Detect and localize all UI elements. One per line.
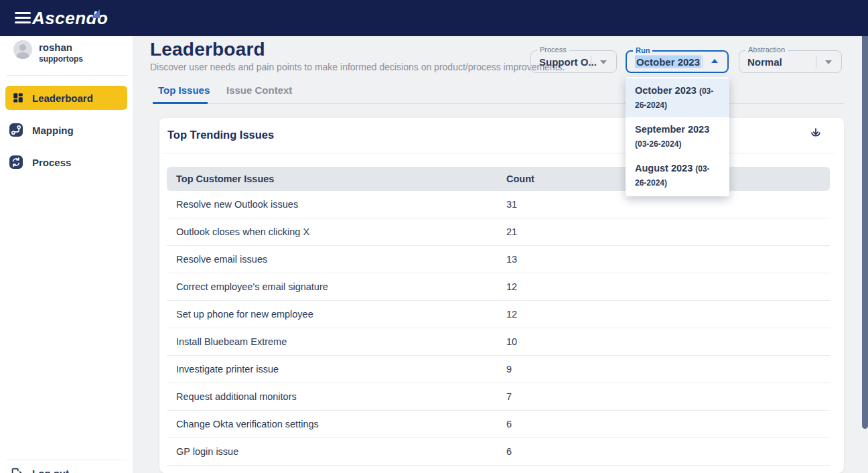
sidebar-item-process[interactable]: Process	[5, 150, 127, 174]
issue-cell: Investigate printer issue	[167, 364, 506, 375]
table-row: Change Okta verification settings 6	[167, 411, 830, 438]
abstraction-select[interactable]: Abstraction Normal	[739, 50, 842, 73]
run-option-name: October 2023	[635, 85, 699, 96]
abstraction-select-value: Normal	[747, 56, 782, 68]
table-row: Set up phone for new employee 12	[167, 301, 830, 328]
run-option[interactable]: October 2023 (03-26-2024)	[626, 78, 729, 117]
table-row: GP login issue 6	[167, 438, 830, 466]
logout-icon	[9, 466, 24, 473]
run-select-label: Run	[633, 46, 652, 54]
chevron-down-icon[interactable]	[825, 60, 832, 64]
count-cell: 9	[506, 364, 830, 375]
table-row: Correct employee's email signature 12	[167, 273, 830, 301]
issue-cell: Set up phone for new employee	[167, 309, 506, 320]
count-cell: 12	[506, 281, 830, 292]
issue-cell: Request additional monitors	[167, 391, 506, 402]
issue-cell: Install Bluebeam Extreme	[167, 336, 506, 347]
avatar	[13, 40, 32, 59]
logout-label: Log out	[32, 468, 69, 473]
sidebar-item-mapping[interactable]: Mapping	[5, 118, 127, 142]
hamburger-icon[interactable]	[15, 12, 31, 24]
run-option-name: September 2023	[635, 124, 709, 135]
page-title: Leaderboard	[150, 39, 265, 60]
column-header-issues: Top Customer Issues	[167, 174, 506, 184]
issue-cell: Outlook closes when clicking X	[167, 226, 506, 237]
table-row: Resolve email issues 13	[167, 246, 830, 273]
table-row: Request additional monitors 7	[167, 383, 830, 411]
issue-cell: Change Okta verification settings	[167, 419, 506, 429]
sidebar-divider	[7, 460, 127, 460]
sidebar: roshan supportops Leaderboard Mapping	[0, 36, 133, 473]
run-option[interactable]: September 2023 (03-26-2024)	[626, 117, 729, 156]
count-cell: 6	[506, 419, 830, 429]
process-select[interactable]: Process Support O...	[530, 50, 617, 73]
table-row: Install Bluebeam Extreme 10	[167, 328, 830, 356]
count-cell: 31	[506, 199, 830, 210]
top-trending-issues-card: Top Trending Issues Top Customer Issues …	[159, 118, 844, 473]
run-select[interactable]: Run October 2023	[626, 50, 729, 73]
card-title: Top Trending Issues	[167, 129, 274, 141]
table-row: Outlook closes when clicking X 21	[167, 218, 830, 246]
active-tab-underline	[153, 102, 208, 104]
top-bar: Ascendo	[0, 0, 868, 36]
chevron-down-icon[interactable]	[600, 60, 607, 64]
route-icon	[9, 123, 23, 137]
scrollbar-thumb[interactable]	[862, 36, 868, 429]
run-option-name: August 2023	[635, 163, 695, 174]
tab-rule	[153, 103, 844, 104]
run-option[interactable]: August 2023 (03-26-2024)	[626, 156, 729, 195]
issue-cell: Correct employee's email signature	[167, 281, 506, 292]
issue-cell: Resolve email issues	[167, 254, 506, 265]
chevron-up-icon[interactable]	[711, 59, 718, 63]
field-separator	[591, 56, 591, 68]
download-icon[interactable]	[806, 125, 825, 143]
run-option-date: (03-26-2024)	[635, 139, 681, 149]
field-separator	[702, 56, 703, 68]
issues-table: Top Customer Issues Count Resolve new Ou…	[167, 167, 830, 466]
count-cell: 21	[506, 226, 830, 237]
count-cell: 10	[506, 336, 830, 347]
flag-icon	[91, 9, 100, 18]
table-row: Investigate printer issue 9	[167, 356, 830, 383]
issue-cell: GP login issue	[167, 446, 506, 457]
process-select-value: Support O...	[539, 56, 597, 68]
user-name: roshan	[39, 42, 72, 53]
count-cell: 12	[506, 309, 830, 320]
dashboard-grid-icon	[12, 92, 24, 104]
app-logo: Ascendo	[32, 0, 108, 36]
abstraction-select-label: Abstraction	[745, 46, 788, 54]
run-options-menu: October 2023 (03-26-2024) September 2023…	[626, 77, 729, 196]
sidebar-item-label: Mapping	[32, 125, 74, 136]
sidebar-item-label: Process	[32, 157, 71, 168]
user-org: supportops	[39, 54, 83, 64]
sidebar-item-label: Leaderboard	[32, 92, 93, 104]
table-header-row: Top Customer Issues Count	[167, 167, 830, 191]
table-row: Resolve new Outlook issues 31	[167, 191, 830, 218]
scrollbar-track	[862, 36, 868, 473]
card-divider	[162, 153, 835, 153]
table-body: Resolve new Outlook issues 31 Outlook cl…	[167, 191, 830, 466]
count-cell: 13	[506, 254, 830, 265]
count-cell: 6	[506, 446, 830, 457]
page-subtitle: Discover user needs and pain points to m…	[150, 62, 565, 72]
logout-button[interactable]: Log out	[9, 465, 123, 473]
sidebar-item-leaderboard[interactable]: Leaderboard	[5, 86, 127, 110]
tab-issue-context[interactable]: Issue Context	[226, 84, 292, 96]
tab-top-issues[interactable]: Top Issues	[158, 84, 210, 96]
sidebar-divider	[7, 75, 127, 76]
app-window: Ascendo roshan supportops Leaderboard Ma…	[0, 0, 868, 473]
run-select-value: October 2023	[635, 56, 701, 68]
process-select-label: Process	[537, 46, 569, 54]
field-separator	[816, 56, 816, 68]
sync-icon	[9, 155, 23, 169]
issue-cell: Resolve new Outlook issues	[167, 199, 506, 210]
count-cell: 7	[506, 391, 830, 402]
